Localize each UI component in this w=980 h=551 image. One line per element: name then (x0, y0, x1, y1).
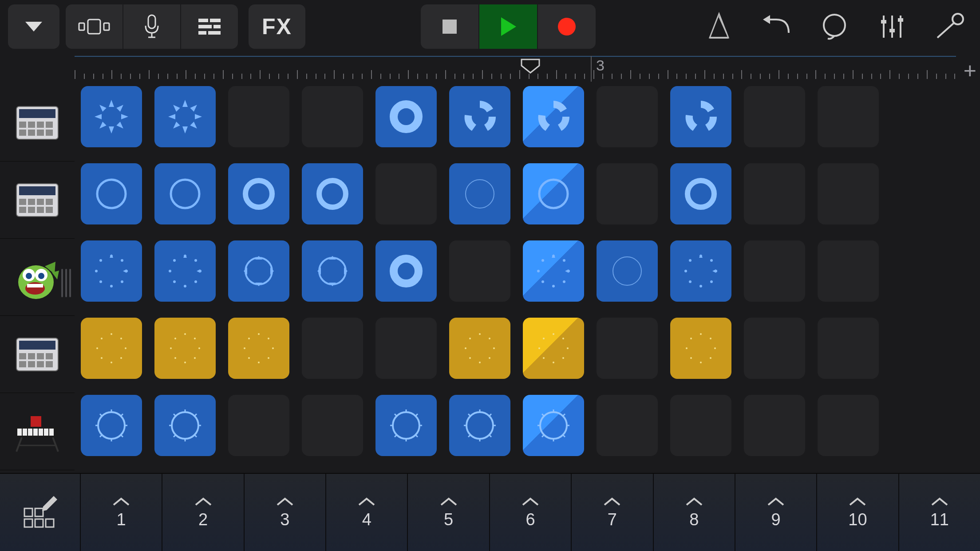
undo-button[interactable] (755, 4, 799, 49)
loop-cell[interactable] (375, 395, 437, 456)
chevron-up-icon (111, 496, 131, 507)
empty-cell[interactable] (597, 318, 658, 379)
empty-cell[interactable] (597, 395, 658, 456)
empty-cell[interactable] (302, 395, 363, 456)
empty-cell[interactable] (744, 240, 805, 302)
loop-cell[interactable] (154, 86, 216, 147)
empty-cell[interactable] (744, 163, 805, 224)
loop-cell[interactable] (81, 86, 142, 147)
ruler-tick (908, 74, 909, 79)
column-trigger[interactable]: 4 (326, 474, 408, 551)
column-trigger[interactable]: 9 (735, 474, 817, 551)
empty-cell[interactable] (744, 395, 805, 456)
add-column-button[interactable]: + (964, 58, 976, 83)
loop-cell[interactable] (375, 240, 437, 302)
loop-cell[interactable] (81, 318, 142, 379)
svg-rect-59 (19, 353, 26, 359)
loop-cell[interactable] (375, 86, 437, 147)
empty-cell[interactable] (744, 318, 805, 379)
live-loops-button[interactable] (181, 4, 238, 49)
loop-cell[interactable] (523, 240, 584, 302)
empty-cell[interactable] (302, 86, 363, 147)
settings-button[interactable] (928, 4, 972, 49)
empty-cell[interactable] (818, 86, 879, 147)
empty-cell[interactable] (228, 86, 289, 147)
playhead-icon[interactable] (520, 58, 541, 74)
loop-cell[interactable] (228, 240, 289, 302)
loop-cell[interactable] (228, 163, 289, 224)
loop-cell[interactable] (670, 86, 731, 147)
loop-cell[interactable] (523, 318, 584, 379)
loop-cell[interactable] (597, 240, 658, 302)
loop-cell[interactable] (302, 163, 363, 224)
empty-cell[interactable] (449, 240, 510, 302)
empty-cell[interactable] (818, 395, 879, 456)
track-header[interactable] (0, 84, 75, 161)
loop-cell[interactable] (523, 163, 584, 224)
loop-cell[interactable] (154, 318, 216, 379)
column-trigger[interactable]: 6 (490, 474, 572, 551)
loop-cell[interactable] (670, 163, 731, 224)
ruler-tick (371, 70, 372, 79)
fx-button[interactable]: FX (249, 4, 305, 49)
empty-cell[interactable] (597, 86, 658, 147)
empty-cell[interactable] (375, 318, 437, 379)
loop-cell[interactable] (523, 395, 584, 456)
column-trigger[interactable]: 3 (245, 474, 326, 551)
column-trigger[interactable]: 11 (899, 474, 980, 551)
empty-cell[interactable] (228, 395, 289, 456)
ruler-tick (93, 74, 94, 79)
view-menu-button[interactable] (8, 4, 59, 49)
stop-button[interactable] (421, 4, 478, 49)
svg-rect-2 (88, 20, 100, 34)
microphone-button[interactable] (123, 4, 180, 49)
column-trigger[interactable]: 5 (408, 474, 490, 551)
column-trigger[interactable]: 8 (654, 474, 735, 551)
loop-cell[interactable] (154, 395, 216, 456)
loop-cell[interactable] (154, 163, 216, 224)
svg-rect-73 (44, 429, 48, 436)
loop-cell[interactable] (449, 86, 510, 147)
loop-cell[interactable] (670, 318, 731, 379)
mixer-button[interactable] (870, 4, 914, 49)
empty-cell[interactable] (744, 86, 805, 147)
grid-edit-button[interactable] (0, 474, 81, 551)
ruler-tick (889, 70, 890, 79)
loop-cell[interactable] (302, 240, 363, 302)
loop-cell[interactable] (81, 240, 142, 302)
loop-cell[interactable] (81, 395, 142, 456)
loop-cell[interactable] (449, 395, 510, 456)
column-trigger[interactable]: 2 (162, 474, 244, 551)
svg-marker-84 (42, 496, 57, 511)
loop-cell[interactable] (523, 86, 584, 147)
track-header[interactable] (0, 161, 75, 239)
loop-waveform-icon (90, 173, 133, 215)
timeline-ruler[interactable]: 3 + (75, 56, 974, 82)
play-button[interactable] (479, 4, 537, 49)
column-trigger[interactable]: 10 (817, 474, 899, 551)
tracks-view-button[interactable] (66, 4, 122, 49)
track-header[interactable] (0, 316, 75, 393)
column-trigger[interactable]: 1 (81, 474, 162, 551)
ruler-tick (825, 74, 826, 79)
track-header[interactable] (0, 393, 75, 470)
empty-cell[interactable] (818, 318, 879, 379)
loop-cell[interactable] (154, 240, 216, 302)
loop-cell[interactable] (449, 163, 510, 224)
loop-cell[interactable] (670, 240, 731, 302)
loop-cell[interactable] (449, 318, 510, 379)
empty-cell[interactable] (375, 163, 437, 224)
empty-cell[interactable] (597, 163, 658, 224)
metronome-button[interactable] (697, 4, 741, 49)
ruler-tick (297, 70, 298, 79)
empty-cell[interactable] (818, 240, 879, 302)
loop-cell[interactable] (81, 163, 142, 224)
panel-drag-handle[interactable] (59, 265, 74, 301)
loop-cell[interactable] (228, 318, 289, 379)
empty-cell[interactable] (818, 163, 879, 224)
empty-cell[interactable] (670, 395, 731, 456)
loop-browser-button[interactable] (812, 4, 857, 49)
empty-cell[interactable] (302, 318, 363, 379)
record-button[interactable] (538, 4, 596, 49)
column-trigger[interactable]: 7 (572, 474, 653, 551)
